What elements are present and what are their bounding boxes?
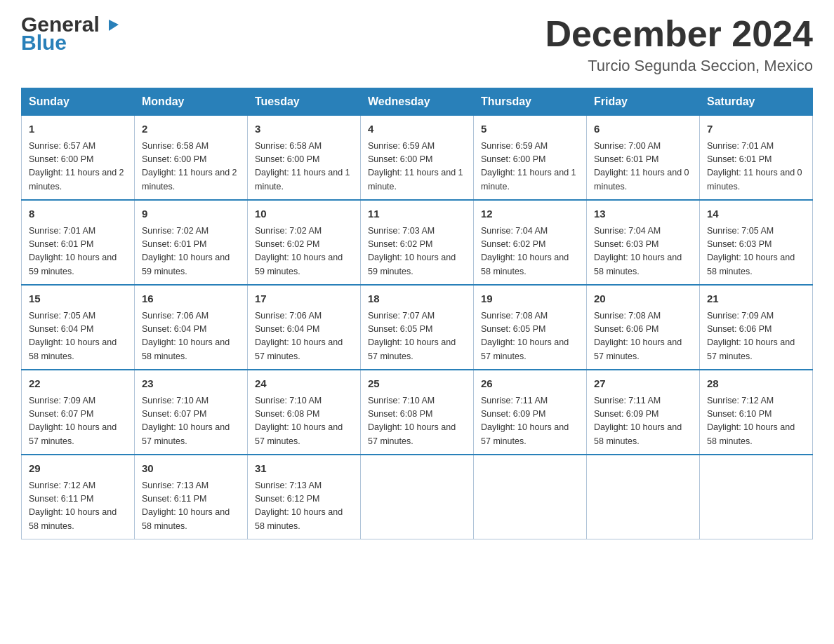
- day-number: 1: [29, 121, 127, 137]
- day-cell-3: 3Sunrise: 6:58 AMSunset: 6:00 PMDaylight…: [248, 116, 361, 201]
- day-cell-15: 15Sunrise: 7:05 AMSunset: 6:04 PMDayligh…: [22, 285, 135, 370]
- day-number: 30: [142, 461, 240, 477]
- title-area: December 2024 Turcio Segunda Seccion, Me…: [545, 14, 813, 75]
- day-cell-13: 13Sunrise: 7:04 AMSunset: 6:03 PMDayligh…: [587, 200, 700, 285]
- day-cell-28: 28Sunrise: 7:12 AMSunset: 6:10 PMDayligh…: [700, 370, 813, 455]
- day-info: Sunrise: 6:59 AMSunset: 6:00 PMDaylight:…: [368, 140, 466, 194]
- day-cell-23: 23Sunrise: 7:10 AMSunset: 6:07 PMDayligh…: [135, 370, 248, 455]
- day-number: 6: [594, 121, 692, 137]
- day-info: Sunrise: 7:10 AMSunset: 6:07 PMDaylight:…: [142, 394, 240, 449]
- day-info: Sunrise: 7:12 AMSunset: 6:10 PMDaylight:…: [707, 394, 805, 449]
- week-row-4: 22Sunrise: 7:09 AMSunset: 6:07 PMDayligh…: [22, 370, 813, 455]
- day-cell-9: 9Sunrise: 7:02 AMSunset: 6:01 PMDaylight…: [135, 200, 248, 285]
- day-cell-19: 19Sunrise: 7:08 AMSunset: 6:05 PMDayligh…: [474, 285, 587, 370]
- day-number: 4: [368, 121, 466, 137]
- day-number: 23: [142, 376, 240, 392]
- day-cell-2: 2Sunrise: 6:58 AMSunset: 6:00 PMDaylight…: [135, 116, 248, 201]
- day-cell-30: 30Sunrise: 7:13 AMSunset: 6:11 PMDayligh…: [135, 455, 248, 539]
- day-cell-22: 22Sunrise: 7:09 AMSunset: 6:07 PMDayligh…: [22, 370, 135, 455]
- day-cell-10: 10Sunrise: 7:02 AMSunset: 6:02 PMDayligh…: [248, 200, 361, 285]
- day-info: Sunrise: 7:01 AMSunset: 6:01 PMDaylight:…: [29, 224, 127, 279]
- day-cell-21: 21Sunrise: 7:09 AMSunset: 6:06 PMDayligh…: [700, 285, 813, 370]
- day-info: Sunrise: 7:11 AMSunset: 6:09 PMDaylight:…: [481, 394, 579, 449]
- week-row-2: 8Sunrise: 7:01 AMSunset: 6:01 PMDaylight…: [22, 200, 813, 285]
- day-number: 26: [481, 376, 579, 392]
- day-info: Sunrise: 7:04 AMSunset: 6:02 PMDaylight:…: [481, 224, 579, 279]
- day-number: 31: [255, 461, 353, 477]
- day-info: Sunrise: 7:01 AMSunset: 6:01 PMDaylight:…: [707, 140, 805, 194]
- day-number: 2: [142, 121, 240, 137]
- day-info: Sunrise: 7:05 AMSunset: 6:04 PMDaylight:…: [29, 309, 127, 364]
- week-row-1: 1Sunrise: 6:57 AMSunset: 6:00 PMDaylight…: [22, 116, 813, 201]
- week-row-3: 15Sunrise: 7:05 AMSunset: 6:04 PMDayligh…: [22, 285, 813, 370]
- empty-cell: [361, 455, 474, 539]
- day-cell-17: 17Sunrise: 7:06 AMSunset: 6:04 PMDayligh…: [248, 285, 361, 370]
- day-info: Sunrise: 7:10 AMSunset: 6:08 PMDaylight:…: [368, 394, 466, 449]
- day-cell-14: 14Sunrise: 7:05 AMSunset: 6:03 PMDayligh…: [700, 200, 813, 285]
- day-info: Sunrise: 7:04 AMSunset: 6:03 PMDaylight:…: [594, 224, 692, 279]
- day-info: Sunrise: 7:02 AMSunset: 6:01 PMDaylight:…: [142, 224, 240, 279]
- day-header-tuesday: Tuesday: [248, 88, 361, 116]
- day-info: Sunrise: 6:59 AMSunset: 6:00 PMDaylight:…: [481, 140, 579, 194]
- page-header: General Blue December 2024 Turcio Segund…: [21, 14, 813, 75]
- day-number: 29: [29, 461, 127, 477]
- day-info: Sunrise: 7:12 AMSunset: 6:11 PMDaylight:…: [29, 479, 127, 534]
- empty-cell: [700, 455, 813, 539]
- day-info: Sunrise: 7:06 AMSunset: 6:04 PMDaylight:…: [255, 309, 353, 364]
- day-cell-6: 6Sunrise: 7:00 AMSunset: 6:01 PMDaylight…: [587, 116, 700, 201]
- day-number: 25: [368, 376, 466, 392]
- day-info: Sunrise: 7:13 AMSunset: 6:11 PMDaylight:…: [142, 479, 240, 534]
- day-info: Sunrise: 6:58 AMSunset: 6:00 PMDaylight:…: [142, 140, 240, 194]
- day-header-friday: Friday: [587, 88, 700, 116]
- day-info: Sunrise: 7:02 AMSunset: 6:02 PMDaylight:…: [255, 224, 353, 279]
- day-cell-27: 27Sunrise: 7:11 AMSunset: 6:09 PMDayligh…: [587, 370, 700, 455]
- day-number: 21: [707, 291, 805, 307]
- logo: General Blue: [21, 14, 106, 53]
- day-number: 7: [707, 121, 805, 137]
- day-cell-16: 16Sunrise: 7:06 AMSunset: 6:04 PMDayligh…: [135, 285, 248, 370]
- day-info: Sunrise: 6:58 AMSunset: 6:00 PMDaylight:…: [255, 140, 353, 194]
- day-info: Sunrise: 7:06 AMSunset: 6:04 PMDaylight:…: [142, 309, 240, 364]
- day-number: 13: [594, 206, 692, 222]
- day-number: 15: [29, 291, 127, 307]
- day-number: 22: [29, 376, 127, 392]
- day-info: Sunrise: 7:13 AMSunset: 6:12 PMDaylight:…: [255, 479, 353, 534]
- day-number: 12: [481, 206, 579, 222]
- week-row-5: 29Sunrise: 7:12 AMSunset: 6:11 PMDayligh…: [22, 455, 813, 539]
- day-cell-5: 5Sunrise: 6:59 AMSunset: 6:00 PMDaylight…: [474, 116, 587, 201]
- day-cell-7: 7Sunrise: 7:01 AMSunset: 6:01 PMDaylight…: [700, 116, 813, 201]
- day-number: 11: [368, 206, 466, 222]
- day-number: 5: [481, 121, 579, 137]
- day-info: Sunrise: 7:09 AMSunset: 6:07 PMDaylight:…: [29, 394, 127, 449]
- day-info: Sunrise: 7:00 AMSunset: 6:01 PMDaylight:…: [594, 140, 692, 194]
- day-number: 27: [594, 376, 692, 392]
- day-info: Sunrise: 7:11 AMSunset: 6:09 PMDaylight:…: [594, 394, 692, 449]
- day-number: 16: [142, 291, 240, 307]
- logo-blue-text: Blue: [21, 32, 67, 53]
- day-number: 14: [707, 206, 805, 222]
- day-cell-1: 1Sunrise: 6:57 AMSunset: 6:00 PMDaylight…: [22, 116, 135, 201]
- day-info: Sunrise: 6:57 AMSunset: 6:00 PMDaylight:…: [29, 140, 127, 194]
- day-cell-25: 25Sunrise: 7:10 AMSunset: 6:08 PMDayligh…: [361, 370, 474, 455]
- day-number: 3: [255, 121, 353, 137]
- empty-cell: [587, 455, 700, 539]
- day-cell-18: 18Sunrise: 7:07 AMSunset: 6:05 PMDayligh…: [361, 285, 474, 370]
- day-info: Sunrise: 7:07 AMSunset: 6:05 PMDaylight:…: [368, 309, 466, 364]
- logo-triangle-icon: [106, 17, 121, 32]
- day-header-sunday: Sunday: [22, 88, 135, 116]
- day-cell-12: 12Sunrise: 7:04 AMSunset: 6:02 PMDayligh…: [474, 200, 587, 285]
- day-number: 9: [142, 206, 240, 222]
- day-number: 19: [481, 291, 579, 307]
- day-info: Sunrise: 7:08 AMSunset: 6:06 PMDaylight:…: [594, 309, 692, 364]
- day-info: Sunrise: 7:03 AMSunset: 6:02 PMDaylight:…: [368, 224, 466, 279]
- day-info: Sunrise: 7:08 AMSunset: 6:05 PMDaylight:…: [481, 309, 579, 364]
- day-cell-8: 8Sunrise: 7:01 AMSunset: 6:01 PMDaylight…: [22, 200, 135, 285]
- svg-marker-0: [109, 20, 119, 31]
- month-title: December 2024: [545, 14, 813, 54]
- day-number: 17: [255, 291, 353, 307]
- day-header-saturday: Saturday: [700, 88, 813, 116]
- calendar-table: SundayMondayTuesdayWednesdayThursdayFrid…: [21, 88, 813, 539]
- day-number: 28: [707, 376, 805, 392]
- day-cell-11: 11Sunrise: 7:03 AMSunset: 6:02 PMDayligh…: [361, 200, 474, 285]
- day-cell-31: 31Sunrise: 7:13 AMSunset: 6:12 PMDayligh…: [248, 455, 361, 539]
